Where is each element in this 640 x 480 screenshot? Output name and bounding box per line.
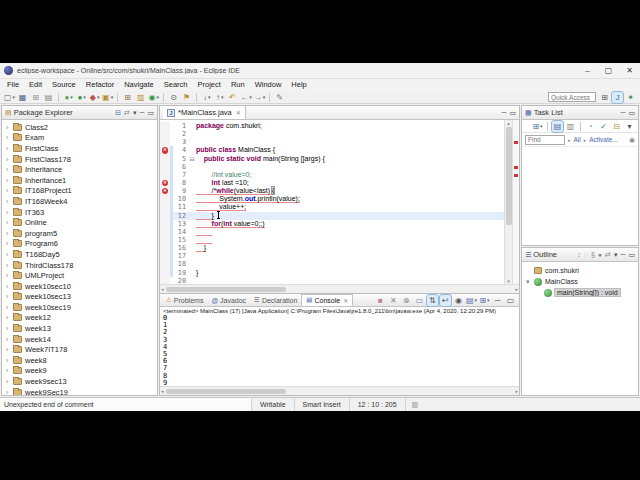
close-button[interactable]: ✕ — [619, 63, 640, 78]
project-item[interactable]: ›week9sec13 — [2, 376, 157, 387]
code-line[interactable]: 2 — [160, 130, 504, 138]
menu-edit[interactable]: Edit — [24, 79, 47, 91]
scroll-left-icon[interactable]: ◂ — [161, 388, 164, 394]
project-item[interactable]: ›week10sec19 — [2, 302, 157, 313]
scheduled-icon[interactable]: ▥ — [565, 121, 576, 132]
code-text[interactable] — [196, 236, 212, 244]
project-item[interactable]: ›week10sec13 — [2, 292, 157, 303]
menu-window[interactable]: Window — [250, 79, 287, 91]
save-icon[interactable]: ▦ — [17, 92, 28, 103]
tab-javadoc[interactable]: @Javadoc — [207, 294, 250, 306]
expand-arrow-icon[interactable]: › — [6, 283, 13, 290]
view-menu-icon[interactable]: ▾ — [614, 250, 618, 260]
code-line[interactable]: ✕4public class MainClass { — [160, 146, 504, 154]
project-item[interactable]: ›IT168Week4 — [2, 196, 157, 207]
display-selected-console-icon[interactable]: ▤▾ — [466, 295, 477, 306]
project-item[interactable]: ›UMLProject — [2, 270, 157, 281]
profile-icon[interactable]: ◆▾ — [89, 92, 100, 103]
project-item[interactable]: ›Online — [2, 217, 157, 228]
editor-horizontal-scrollbar[interactable]: ◂ ▸ — [160, 284, 519, 293]
code-text[interactable]: for(int value=0;;) — [196, 220, 265, 228]
filter-all-link[interactable]: All — [574, 136, 581, 143]
overview-error-mark[interactable] — [514, 174, 518, 177]
pin-console-icon[interactable]: ◉ — [453, 295, 464, 306]
code-line[interactable]: 12 } — [160, 212, 504, 220]
project-item[interactable]: ›T168Day5 — [2, 249, 157, 260]
activate-link[interactable]: Activate... — [589, 136, 618, 143]
project-item[interactable]: ›IT168Project1 — [2, 186, 157, 197]
expand-arrow-icon[interactable]: › — [6, 230, 13, 237]
tab-package-explorer[interactable]: ▤ Package Explorer — [5, 108, 73, 117]
project-item[interactable]: ›week10sec10 — [2, 281, 157, 292]
run-icon[interactable]: ●▾ — [76, 92, 87, 103]
view-menu-icon[interactable]: ▾ — [133, 108, 137, 118]
outline-item[interactable]: com.shukri — [522, 265, 638, 276]
mark-occurrences-icon[interactable]: ✎ — [274, 92, 285, 103]
hide-static-icon[interactable]: § — [591, 250, 595, 260]
expand-arrow-icon[interactable]: › — [6, 198, 13, 205]
terminate-icon[interactable]: ■ — [375, 295, 386, 306]
new-java-project-icon[interactable]: ⊞ — [122, 92, 133, 103]
quick-access-input[interactable] — [548, 92, 596, 102]
overview-error-mark[interactable] — [514, 141, 518, 144]
view-menu-icon[interactable]: ▾ — [624, 121, 635, 132]
project-item[interactable]: ›week9 — [2, 366, 157, 377]
expand-arrow-icon[interactable]: › — [6, 304, 13, 311]
coverage-icon[interactable]: ▣▾ — [102, 92, 113, 103]
link-with-editor-icon[interactable]: ⇄ — [124, 108, 130, 118]
project-item[interactable]: ›week8 — [2, 355, 157, 366]
overview-ruler[interactable] — [512, 120, 519, 284]
tab-declaration[interactable]: ☰Declaration — [250, 294, 301, 306]
menu-help[interactable]: Help — [286, 79, 311, 91]
code-line[interactable]: 6 — [160, 163, 504, 171]
minimize-icon[interactable]: ─ — [139, 108, 144, 118]
maximize-icon[interactable]: ▭ — [505, 295, 516, 306]
filter-completed-icon[interactable]: ✓ — [598, 121, 609, 132]
scroll-right-icon[interactable]: ▸ — [515, 286, 518, 292]
new-class-icon[interactable]: ◉▾ — [148, 92, 159, 103]
maximize-button[interactable]: ▢ — [598, 63, 619, 78]
maximize-icon[interactable]: ▭ — [628, 250, 635, 260]
project-item[interactable]: ›Exam — [2, 133, 157, 144]
clear-console-icon[interactable]: ▭ — [414, 295, 425, 306]
scroll-thumb[interactable] — [506, 127, 512, 225]
project-item[interactable]: ›week9Sec19 — [2, 387, 157, 395]
scroll-left-icon[interactable]: ◂ — [161, 286, 164, 292]
debug-icon[interactable]: ●▾ — [63, 92, 74, 103]
prev-annotation-icon[interactable]: ↑▾ — [214, 92, 225, 103]
menu-file[interactable]: File — [2, 79, 24, 91]
expand-arrow-icon[interactable]: › — [6, 134, 13, 141]
debug-perspective-icon[interactable]: ✦ — [625, 92, 636, 103]
expand-arrow-icon[interactable]: › — [6, 325, 13, 332]
code-line[interactable]: 3 — [160, 138, 504, 146]
outline-item[interactable]: main(String[]) : void — [522, 287, 638, 298]
expand-arrow-icon[interactable]: › — [6, 145, 13, 152]
code-line[interactable]: 5⊟ public static void main(String []args… — [160, 155, 504, 163]
word-wrap-icon[interactable]: ↩ — [440, 295, 451, 306]
maximize-icon[interactable]: ▭ — [628, 108, 635, 118]
open-perspective-icon[interactable]: ⊞ — [599, 92, 610, 103]
code-line[interactable]: 14 — [160, 228, 504, 236]
scroll-down-icon[interactable]: ▾ — [507, 278, 510, 284]
code-line[interactable]: ✕9 /*while(value<last) { — [160, 187, 504, 195]
expand-arrow-icon[interactable]: › — [6, 314, 13, 321]
expand-arrow-icon[interactable]: › — [6, 166, 13, 173]
code-text[interactable]: public class MainClass { — [196, 146, 275, 154]
expand-arrow-icon[interactable]: › — [6, 293, 13, 300]
code-line[interactable]: 1package com.shukri; — [160, 122, 504, 130]
expand-arrow-icon[interactable]: › — [6, 240, 13, 247]
minimize-icon[interactable]: ─ — [620, 108, 625, 118]
maximize-icon[interactable]: ▭ — [147, 108, 154, 118]
menu-navigate[interactable]: Navigate — [119, 79, 159, 91]
expand-arrow-icon[interactable]: › — [6, 336, 13, 343]
minimize-icon[interactable]: ─ — [492, 295, 503, 306]
last-edit-location-icon[interactable]: ↶ — [227, 92, 238, 103]
code-text[interactable]: int last =10; — [196, 179, 249, 187]
code-text[interactable]: } — [196, 244, 206, 252]
back-icon[interactable]: ←▾ — [240, 92, 252, 103]
link-with-editor-icon[interactable]: ⇄ — [605, 250, 611, 260]
menu-source[interactable]: Source — [47, 79, 81, 91]
expand-arrow-icon[interactable]: › — [6, 346, 13, 353]
project-item[interactable]: ›IT363 — [2, 207, 157, 218]
expand-arrow-icon[interactable]: › — [6, 262, 13, 269]
